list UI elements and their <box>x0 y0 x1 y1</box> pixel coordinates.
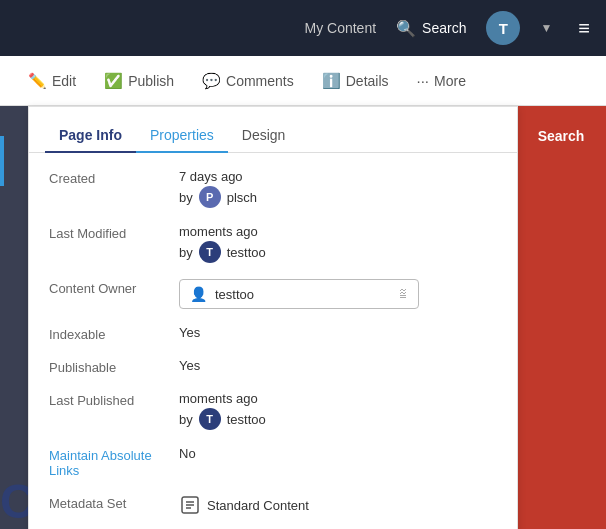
owner-name-text: testtoo <box>215 287 392 302</box>
comments-icon: 💬 <box>202 72 221 90</box>
edit-button[interactable]: ✏️ Edit <box>16 64 88 98</box>
last-modified-value: moments ago by T testtoo <box>179 224 497 263</box>
edit-icon: ✏️ <box>28 72 47 90</box>
publishable-label: Publishable <box>49 358 179 375</box>
published-by-avatar: T <box>199 408 221 430</box>
content-owner-label: Content Owner <box>49 279 179 296</box>
details-icon: ℹ️ <box>322 72 341 90</box>
last-published-value: moments ago by T testtoo <box>179 391 497 430</box>
published-by-username: testtoo <box>227 412 266 427</box>
created-by-text: by <box>179 190 193 205</box>
sidebar-accent-bar <box>0 136 4 186</box>
metadata-set-value: Standard Content <box>179 494 497 516</box>
main-area: out: HTML ▾ Do I Cas Search Page Info Pr… <box>0 106 606 529</box>
left-sidebar <box>0 106 28 529</box>
maintain-links-value: No <box>179 446 497 461</box>
published-by-text: by <box>179 412 193 427</box>
metadata-icon <box>179 494 201 516</box>
more-icon: ··· <box>417 72 430 89</box>
last-published-row: Last Published moments ago by T testtoo <box>49 391 497 430</box>
comments-button[interactable]: 💬 Comments <box>190 64 306 98</box>
tab-design[interactable]: Design <box>228 119 300 153</box>
created-label: Created <box>49 169 179 186</box>
search-badge-label: Search <box>526 122 597 150</box>
last-modified-label: Last Modified <box>49 224 179 241</box>
indexable-row: Indexable Yes <box>49 325 497 342</box>
last-published-label: Last Published <box>49 391 179 408</box>
created-row: Created 7 days ago by P plsch <box>49 169 497 208</box>
created-by-username: plsch <box>227 190 257 205</box>
panel-content: Created 7 days ago by P plsch Last Modif… <box>29 153 517 529</box>
panel-tab-bar: Page Info Properties Design <box>29 107 517 153</box>
details-button[interactable]: ℹ️ Details <box>310 64 401 98</box>
modified-by-text: by <box>179 245 193 260</box>
my-content-link[interactable]: My Content <box>304 20 376 36</box>
tab-page-info[interactable]: Page Info <box>45 119 136 153</box>
hamburger-menu-icon[interactable]: ≡ <box>578 17 590 40</box>
publishable-value: Yes <box>179 358 497 373</box>
content-owner-value: 👤 testtoo ⩰ <box>179 279 497 309</box>
indexable-label: Indexable <box>49 325 179 342</box>
search-nav-button[interactable]: 🔍 Search <box>396 19 466 38</box>
avatar-chevron-icon[interactable]: ▼ <box>540 21 552 35</box>
created-by-avatar: P <box>199 186 221 208</box>
publish-icon: ✅ <box>104 72 123 90</box>
person-icon: 👤 <box>190 286 207 302</box>
toolbar: ✏️ Edit ✅ Publish 💬 Comments ℹ️ Details … <box>0 56 606 106</box>
modified-by-avatar: T <box>199 241 221 263</box>
maintain-links-label: Maintain Absolute Links <box>49 446 179 478</box>
more-button[interactable]: ··· More <box>405 64 478 97</box>
content-owner-row: Content Owner 👤 testtoo ⩰ <box>49 279 497 309</box>
clear-owner-icon[interactable]: ⩰ <box>400 285 408 303</box>
search-icon: 🔍 <box>396 19 416 38</box>
last-modified-row: Last Modified moments ago by T testtoo <box>49 224 497 263</box>
modified-by-username: testtoo <box>227 245 266 260</box>
page-info-panel: Page Info Properties Design Created 7 da… <box>28 106 518 529</box>
publishable-row: Publishable Yes <box>49 358 497 375</box>
metadata-set-row: Metadata Set Standard Content <box>49 494 497 516</box>
right-search-area: Search <box>516 106 606 529</box>
content-owner-input[interactable]: 👤 testtoo ⩰ <box>179 279 419 309</box>
metadata-set-label: Metadata Set <box>49 494 179 511</box>
indexable-value: Yes <box>179 325 497 340</box>
publish-button[interactable]: ✅ Publish <box>92 64 186 98</box>
tab-properties[interactable]: Properties <box>136 119 228 153</box>
user-avatar[interactable]: T <box>486 11 520 45</box>
maintain-links-row: Maintain Absolute Links No <box>49 446 497 478</box>
created-value: 7 days ago by P plsch <box>179 169 497 208</box>
top-navigation: My Content 🔍 Search T ▼ ≡ <box>0 0 606 56</box>
